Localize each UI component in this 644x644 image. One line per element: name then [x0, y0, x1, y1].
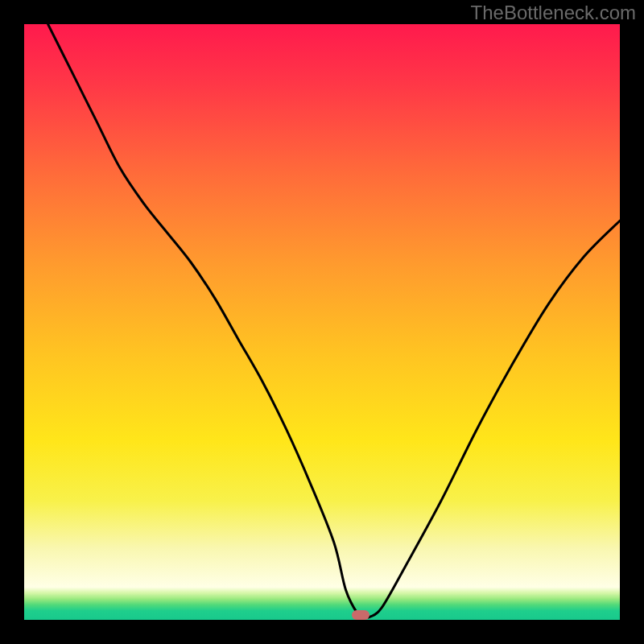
chart-area: [24, 24, 620, 620]
chart-container: TheBottleneck.com: [0, 0, 644, 644]
watermark-text: TheBottleneck.com: [471, 2, 636, 24]
optimal-point-marker: [352, 610, 369, 620]
bottleneck-curve: [24, 24, 620, 620]
